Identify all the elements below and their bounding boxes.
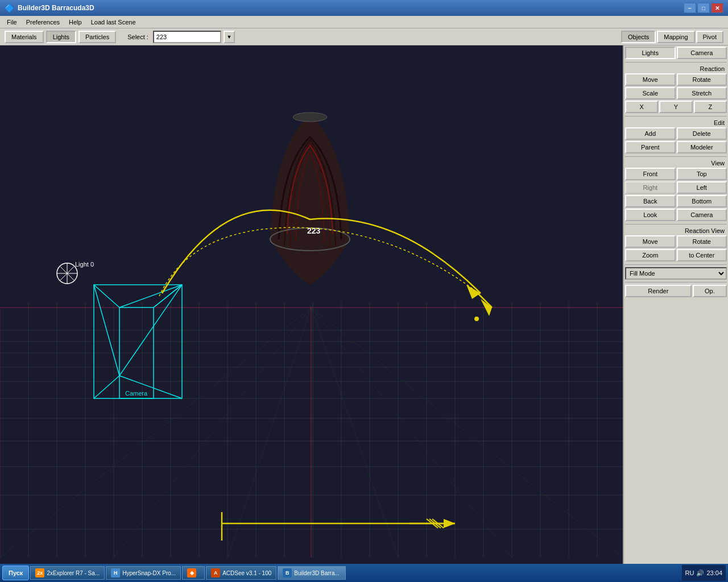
close-button[interactable]: ✕ [711, 3, 723, 13]
edit-add-button[interactable]: Add [625, 127, 676, 140]
app-title: Builder3D Barracuda3D [18, 4, 94, 12]
taskbar-item-explorer[interactable]: 2x 2xExplorer R7 - Sa... [30, 566, 105, 580]
divider-6 [625, 282, 727, 282]
view-row-2: Right Left [625, 181, 727, 194]
viewport-3d[interactable]: Light 0 Camera [0, 45, 623, 569]
select-label: Select : [127, 34, 148, 40]
taskbar: Пуск 2x 2xExplorer R7 - Sa... H HyperSna… [0, 564, 728, 582]
menu-preferences[interactable]: Preferences [22, 18, 64, 27]
toolbar-particles-button[interactable]: Particles [78, 31, 116, 43]
pivot-tab[interactable]: Pivot [696, 31, 723, 43]
edit-modeler-button[interactable]: Modeler [677, 141, 727, 153]
menu-load-last-scene[interactable]: Load last Scene [86, 18, 140, 27]
app-logo: 🔷 [5, 3, 14, 13]
explorer-icon: 2x [35, 568, 44, 577]
builder3d-icon: B [283, 568, 292, 577]
hypersnap-label: HyperSnap-DX Pro... [122, 570, 176, 576]
divider-3 [625, 156, 727, 157]
select-input[interactable] [153, 31, 221, 43]
reaction-row-1: Move Rotate [625, 73, 727, 86]
svg-text:223: 223 [307, 226, 321, 235]
edit-delete-button[interactable]: Delete [677, 127, 727, 140]
explorer-label: 2xExplorer R7 - Sa... [47, 570, 100, 576]
menu-file[interactable]: File [2, 18, 22, 27]
divider-5 [625, 264, 727, 265]
acdsee-label: ACDSee v3.1 - 100 [222, 570, 271, 576]
reaction-scale-button[interactable]: Scale [625, 87, 676, 99]
edit-parent-button[interactable]: Parent [625, 141, 676, 153]
view-look-button[interactable]: Look [625, 209, 676, 221]
rv-rotate-button[interactable]: Rotate [677, 235, 727, 248]
taskbar-right: RU 🔊 23:04 [682, 565, 726, 581]
view-back-button[interactable]: Back [625, 195, 676, 207]
reaction-x-button[interactable]: X [625, 101, 658, 113]
view-front-button[interactable]: Front [625, 168, 676, 180]
divider-4 [625, 224, 727, 225]
taskbar-item-acdsee[interactable]: A ACDSee v3.1 - 100 [206, 566, 276, 580]
reaction-move-button[interactable]: Move [625, 73, 676, 86]
builder3d-label: Builder3D Barra... [294, 570, 339, 576]
minimize-button[interactable]: − [684, 3, 696, 13]
svg-text:Light 0: Light 0 [75, 261, 94, 268]
menubar: File Preferences Help Load last Scene [0, 16, 728, 28]
reaction-y-button[interactable]: Y [659, 101, 692, 113]
toolbar-materials-button[interactable]: Materials [5, 31, 44, 43]
toolbar: Materials Lights Particles Select : ▼ Ob… [0, 28, 728, 45]
svg-point-65 [474, 317, 479, 321]
language-indicator: RU [685, 569, 694, 576]
acdsee-icon: A [211, 568, 220, 577]
edit-row-2: Parent Modeler [625, 141, 727, 153]
reaction-row-3: X Y Z [625, 101, 727, 113]
op-button[interactable]: Op. [693, 285, 727, 297]
toolbar-lights-button[interactable]: Lights [46, 31, 76, 43]
hypersnap-icon: H [111, 568, 120, 577]
view-right-button[interactable]: Right [625, 181, 676, 194]
svg-point-60 [293, 113, 327, 122]
right-panel: Lights Camera Reaction Move Rotate Scale… [623, 45, 728, 569]
render-row: Render Op. [625, 285, 727, 297]
svg-text:Camera: Camera [125, 390, 148, 397]
camera-sub-tab[interactable]: Camera [677, 47, 727, 59]
clock: 23:04 [706, 569, 722, 576]
view-bottom-button[interactable]: Bottom [677, 195, 727, 207]
titlebar: 🔷 Builder3D Barracuda3D − □ ✕ [0, 0, 728, 16]
rv-zoom-button[interactable]: Zoom [625, 249, 676, 261]
view-row-4: Look Camera [625, 209, 727, 221]
reaction-z-button[interactable]: Z [694, 101, 727, 113]
view-left-button[interactable]: Left [677, 181, 727, 194]
viewport-svg: Light 0 Camera [0, 45, 623, 569]
view-top-button[interactable]: Top [677, 168, 727, 180]
fill-mode-dropdown[interactable]: Fill Mode [625, 267, 727, 280]
divider-2 [625, 116, 727, 117]
reaction-stretch-button[interactable]: Stretch [677, 87, 727, 99]
select-dropdown-arrow[interactable]: ▼ [224, 31, 235, 43]
render-button[interactable]: Render [625, 285, 692, 297]
rv-move-button[interactable]: Move [625, 235, 676, 248]
taskbar-item-rss[interactable]: ◆ [182, 566, 205, 580]
rv-row-1: Move Rotate [625, 235, 727, 248]
right-sub-tabs: Lights Camera [625, 47, 727, 59]
rv-to-center-button[interactable]: to Center [677, 249, 727, 261]
view-header: View [625, 159, 727, 167]
rss-icon: ◆ [187, 568, 196, 577]
start-button[interactable]: Пуск [2, 566, 29, 580]
objects-tab[interactable]: Objects [621, 31, 656, 43]
rv-row-2: Zoom to Center [625, 249, 727, 261]
reaction-rotate-button[interactable]: Rotate [677, 73, 727, 86]
divider-1 [625, 62, 727, 63]
taskbar-item-hypersnap[interactable]: H HyperSnap-DX Pro... [106, 566, 181, 580]
taskbar-item-builder3d[interactable]: B Builder3D Barra... [278, 566, 346, 580]
menu-help[interactable]: Help [64, 18, 86, 27]
view-camera-button[interactable]: Camera [677, 209, 727, 221]
fill-mode-row: Fill Mode [625, 267, 727, 280]
sys-tray: RU 🔊 23:04 [682, 565, 726, 581]
speaker-icon: 🔊 [696, 569, 704, 577]
edit-header: Edit [625, 119, 727, 127]
mapping-tab[interactable]: Mapping [657, 31, 694, 43]
edit-row-1: Add Delete [625, 127, 727, 140]
lights-sub-tab[interactable]: Lights [625, 47, 676, 59]
view-row-1: Front Top [625, 168, 727, 180]
reaction-header: Reaction [625, 65, 727, 73]
maximize-button[interactable]: □ [697, 3, 710, 13]
reaction-view-header: Reaction View [625, 227, 727, 235]
